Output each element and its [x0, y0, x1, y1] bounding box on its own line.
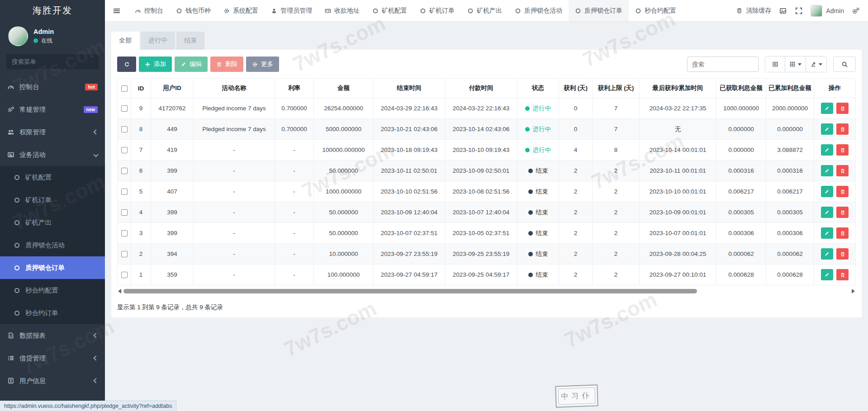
sidebar-subitem[interactable]: 矿机产出 — [0, 211, 105, 234]
row-checkbox[interactable] — [121, 251, 128, 257]
topbar-tab[interactable]: 矿机配置 — [366, 0, 413, 21]
row-checkbox[interactable] — [121, 168, 128, 174]
filter-tab[interactable]: 进行中 — [141, 32, 175, 50]
column-header[interactable]: 已累加利息金额 — [766, 79, 814, 98]
column-header[interactable]: 获利 (天) — [559, 79, 593, 98]
row-checkbox[interactable] — [121, 147, 128, 153]
sidebar-item-userinfo[interactable]: 用户信息 — [0, 369, 105, 392]
column-header[interactable]: 获利上限 (天) — [593, 79, 640, 98]
column-header[interactable]: 用户ID — [151, 79, 194, 98]
sidebar-item-report[interactable]: 数据报表 — [0, 324, 105, 347]
scrollbar-thumb[interactable] — [123, 289, 697, 293]
sidebar-subitem[interactable]: 秒合约订单 — [0, 302, 105, 324]
topbar-tab[interactable]: 收款地址 — [318, 0, 366, 21]
clear-cache-button[interactable]: 清除缓存 — [736, 7, 771, 15]
row-delete-button[interactable] — [836, 165, 849, 176]
checkbox-cell[interactable] — [118, 265, 131, 285]
sidebar-subitem[interactable]: 矿机配置 — [0, 166, 105, 189]
sidebar-subitem[interactable]: 矿机订单 — [0, 189, 105, 211]
column-header[interactable]: ID — [131, 79, 151, 98]
column-header[interactable]: 付款时间 — [445, 79, 517, 98]
column-header[interactable]: 操作 — [814, 79, 856, 98]
avatar[interactable] — [8, 26, 28, 46]
delete-button[interactable]: 删除 — [210, 57, 243, 72]
topbar-tab[interactable]: 矿机产出 — [461, 0, 508, 21]
sidebar-item-console[interactable]: 控制台 hot — [0, 76, 105, 98]
menu-toggle-button[interactable] — [105, 0, 128, 21]
language-icon[interactable] — [779, 7, 787, 15]
row-edit-button[interactable] — [821, 269, 833, 280]
checkbox-cell[interactable] — [118, 223, 131, 244]
column-header[interactable]: 结束时间 — [374, 79, 445, 98]
row-checkbox[interactable] — [121, 189, 128, 195]
row-checkbox[interactable] — [121, 126, 128, 132]
checkbox-cell[interactable] — [118, 181, 131, 202]
row-edit-button[interactable] — [821, 123, 833, 135]
column-header[interactable]: 状态 — [517, 79, 559, 98]
sidebar-subitem[interactable]: 质押锁仓订单 — [0, 256, 105, 279]
row-checkbox[interactable] — [121, 230, 128, 236]
row-edit-button[interactable] — [821, 207, 833, 218]
fullscreen-icon[interactable] — [795, 7, 803, 15]
add-button[interactable]: 添加 — [139, 57, 172, 72]
topbar-tab[interactable]: 质押锁仓活动 — [508, 0, 569, 21]
topbar-tab[interactable]: 管理员管理 — [265, 0, 318, 21]
checkbox-cell[interactable] — [118, 98, 131, 119]
row-delete-button[interactable] — [836, 186, 849, 197]
row-delete-button[interactable] — [836, 103, 849, 114]
row-delete-button[interactable] — [836, 248, 849, 260]
row-delete-button[interactable] — [836, 123, 849, 135]
topbar-tab[interactable]: 质押锁仓订单 — [569, 0, 629, 21]
column-header[interactable]: 已获取利息金额 — [716, 79, 766, 98]
more-button[interactable]: 更多 — [246, 57, 279, 72]
column-header[interactable]: 活动名称 — [194, 79, 275, 98]
scroll-right-arrow[interactable] — [852, 289, 855, 293]
topbar-tab[interactable]: 系统配置 — [217, 0, 265, 21]
topbar-tab[interactable]: 钱包币种 — [170, 0, 217, 21]
checkbox-cell[interactable] — [118, 202, 131, 223]
row-edit-button[interactable] — [821, 227, 833, 239]
checkbox-cell[interactable] — [118, 119, 131, 140]
topbar-tab[interactable]: 控制台 — [128, 0, 170, 21]
row-edit-button[interactable] — [821, 144, 833, 156]
edit-button[interactable]: 编辑 — [175, 57, 208, 72]
row-delete-button[interactable] — [836, 227, 849, 239]
detail-view-button[interactable] — [765, 57, 785, 72]
topbar-tab[interactable]: 矿机订单 — [413, 0, 461, 21]
sidebar-item-business[interactable]: 业务活动 — [0, 143, 105, 166]
column-header[interactable]: 利率 — [275, 79, 314, 98]
row-edit-button[interactable] — [821, 186, 833, 197]
columns-dropdown-button[interactable] — [785, 57, 806, 72]
sidebar-search-input[interactable] — [12, 58, 92, 65]
row-edit-button[interactable] — [821, 248, 833, 260]
settings-gears-icon[interactable] — [852, 7, 860, 15]
row-delete-button[interactable] — [836, 144, 849, 156]
filter-tab[interactable]: 结束 — [176, 32, 204, 50]
column-header[interactable]: 金额 — [314, 79, 374, 98]
refresh-button[interactable] — [117, 57, 136, 72]
search-button[interactable] — [833, 57, 856, 72]
row-delete-button[interactable] — [836, 207, 849, 218]
sidebar-item-general[interactable]: 常规管理 new — [0, 98, 105, 121]
row-checkbox[interactable] — [121, 272, 128, 278]
row-delete-button[interactable] — [836, 269, 849, 280]
admin-menu[interactable]: Admin — [811, 5, 844, 17]
row-edit-button[interactable] — [821, 103, 833, 114]
row-checkbox[interactable] — [121, 105, 128, 112]
scrollbar-track[interactable] — [123, 289, 849, 293]
filter-tab[interactable]: 全部 — [111, 32, 139, 50]
sidebar-item-loan[interactable]: 借贷管理 — [0, 347, 105, 369]
checkbox-cell[interactable] — [118, 161, 131, 181]
sidebar-subitem[interactable]: 秒合约配置 — [0, 279, 105, 302]
sidebar-subitem[interactable]: 质押锁仓活动 — [0, 234, 105, 256]
checkbox-cell[interactable] — [118, 140, 131, 161]
row-edit-button[interactable] — [821, 165, 833, 176]
sidebar-item-permission[interactable]: 权限管理 — [0, 121, 105, 143]
scroll-left-arrow[interactable] — [118, 289, 121, 293]
column-header[interactable]: 最后获利/累加时间 — [640, 79, 716, 98]
export-dropdown-button[interactable] — [806, 57, 826, 72]
select-all-checkbox[interactable] — [121, 85, 128, 92]
checkbox-cell[interactable] — [118, 244, 131, 265]
row-checkbox[interactable] — [121, 209, 128, 216]
table-search-input[interactable] — [687, 57, 759, 72]
